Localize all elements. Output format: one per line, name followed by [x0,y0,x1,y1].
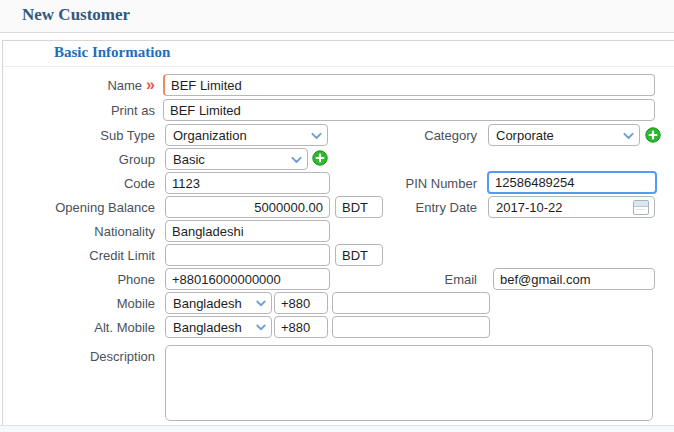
code-input[interactable] [165,172,330,194]
nationality-label: Nationality [0,220,155,242]
phone-label: Phone [0,268,155,290]
chevron-down-icon [622,129,635,142]
calendar-icon[interactable] [633,200,649,215]
credit-limit-label: Credit Limit [0,244,155,266]
page-header: New Customer [0,0,674,33]
category-label: Category [360,124,477,146]
pin-number-label: PIN Number [360,172,477,194]
add-category-button[interactable] [645,127,661,143]
plus-icon [312,150,328,166]
chevron-down-icon [290,153,303,166]
sub-type-select[interactable]: Organization [165,124,328,146]
entry-date-label: Entry Date [360,196,477,218]
group-label: Group [0,148,155,170]
mobile-input[interactable] [332,292,490,314]
nationality-input[interactable] [165,220,330,242]
email-input[interactable] [493,268,655,290]
mobile-label: Mobile [0,292,155,314]
chevron-down-icon [310,129,323,142]
name-label: Name » [0,74,155,96]
section-title: Basic Information [54,44,170,61]
code-label: Code [0,172,155,194]
new-customer-screen: New Customer Basic Information Name » Pr… [0,0,674,432]
alt-mobile-input[interactable] [332,316,490,338]
chevron-down-icon [255,297,267,309]
page-title: New Customer [22,5,130,25]
entry-date-input[interactable]: 2017-10-22 [488,196,655,218]
print-as-label: Print as [0,99,155,121]
category-select[interactable]: Corporate [488,124,640,146]
name-input[interactable] [163,74,655,96]
print-as-input[interactable] [163,99,655,121]
footer-divider [0,425,674,432]
description-textarea[interactable] [165,345,653,421]
pin-number-input[interactable] [487,171,657,194]
section-divider [3,66,674,67]
plus-icon [645,127,661,143]
alt-mobile-label: Alt. Mobile [0,316,155,338]
chevron-down-icon [255,321,267,333]
credit-limit-input[interactable] [165,244,330,266]
sub-type-label: Sub Type [0,124,155,146]
alt-mobile-dial-code: +880 [274,316,328,338]
mobile-dial-code: +880 [274,292,328,314]
opening-balance-input[interactable] [165,196,330,218]
description-label: Description [0,345,155,367]
group-select[interactable]: Basic [165,148,308,170]
email-label: Email [360,268,477,290]
required-icon: » [146,77,155,93]
add-group-button[interactable] [312,150,328,166]
opening-balance-label: Opening Balance [0,196,155,218]
phone-input[interactable] [165,268,330,290]
credit-limit-currency: BDT [335,244,383,266]
alt-mobile-country-select[interactable]: Bangladesh [165,316,272,338]
mobile-country-select[interactable]: Bangladesh [165,292,272,314]
